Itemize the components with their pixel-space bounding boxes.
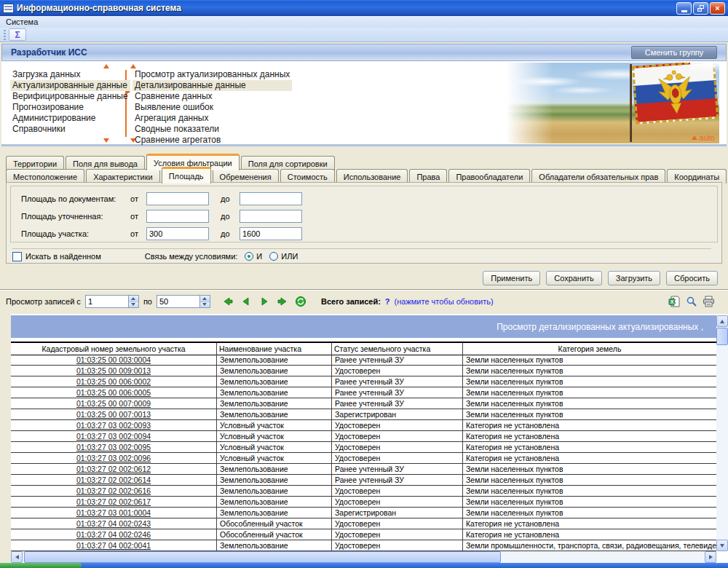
filter-subtab[interactable]: Стоимость [280,169,335,184]
secondary-nav-item[interactable]: Сравнение агрегатов [132,135,292,146]
print-icon[interactable] [703,296,715,307]
primary-nav-item[interactable]: Актуализированные данные [10,80,130,91]
horizontal-scroll-thumb[interactable] [24,551,501,563]
spin-up-icon[interactable] [129,296,138,302]
cadastre-link[interactable]: 01:03:27 02 002:0614 [76,476,151,484]
table-row[interactable]: 01:03:27 02 002:0612 Землепользование Ра… [11,464,716,475]
table-row[interactable]: 01:03:27 02 002:0617 Землепользование Уд… [11,497,716,508]
prev-page-icon[interactable] [240,296,252,307]
condition-radio-or[interactable] [269,252,278,261]
col-header-cadastre[interactable]: Кадастровый номер земельного участка [11,343,217,355]
table-row[interactable]: 01:03:27 03 001:0004 Землепользование За… [11,508,716,518]
from-input[interactable] [146,227,209,240]
minimize-button[interactable] [676,2,692,15]
spin-down-icon[interactable] [200,302,210,308]
primary-nav-item[interactable]: Верифицированные данные [10,91,130,102]
action-button[interactable]: Применить [483,271,540,285]
cadastre-link[interactable]: 01:03:27 02 002:0617 [76,497,151,506]
table-row[interactable]: 01:03:27 04 002:0041 Землепользование Уд… [11,540,716,551]
primary-nav-item[interactable]: Администрирование [10,113,130,124]
restore-button[interactable] [693,2,708,15]
primary-nav-item[interactable]: Справочники [10,124,130,135]
total-records-value[interactable]: ? [385,297,390,306]
scroll-up-icon[interactable] [716,315,728,327]
table-row[interactable]: 01:03:27 03 002:0094 Условный участок Уд… [11,431,716,442]
table-row[interactable]: 01:03:25 00 007:0013 Землепользование За… [11,409,716,420]
secondary-nav-item[interactable]: Агрегация данных [132,113,292,124]
cadastre-link[interactable]: 01:03:25 00 007:0009 [76,399,151,408]
from-input[interactable] [146,210,209,223]
primary-nav-item[interactable]: Прогнозирование [10,102,130,113]
cadastre-link[interactable]: 01:03:27 03 002:0095 [76,443,151,451]
filter-subtab[interactable]: Правообладатели [448,169,530,184]
menu-item-system[interactable]: Система [6,17,38,26]
scroll-right-icon[interactable] [705,551,716,563]
records-to-input[interactable] [157,296,199,307]
vertical-scrollbar[interactable] [716,315,728,551]
table-row[interactable]: 01:03:27 04 002:0246 Обособленный участо… [11,529,716,540]
scroll-left-icon[interactable] [11,551,23,563]
to-input[interactable] [240,227,302,240]
table-row[interactable]: 01:03:25 00 003:0004 Землепользование Ра… [11,355,716,366]
col-header-name[interactable]: Наименование участка [217,343,332,355]
vertical-scroll-thumb[interactable] [716,328,728,345]
nav-scroll-up-icon[interactable] [103,64,109,68]
cadastre-link[interactable]: 01:03:27 03 001:0004 [76,508,151,517]
cadastre-link[interactable]: 01:03:27 03 002:0093 [76,421,151,430]
table-row[interactable]: 01:03:25 00 009:0013 Землепользование Уд… [11,366,716,376]
table-row[interactable]: 01:03:27 03 002:0095 Условный участок Уд… [11,442,716,453]
secondary-nav-item[interactable]: Просмотр актуализированных данных [132,69,292,80]
first-page-icon[interactable] [222,296,234,307]
search-in-found-checkbox[interactable] [12,252,22,261]
col-header-status[interactable]: Статус земельного участка [332,343,463,355]
table-row[interactable]: 01:03:27 02 002:0616 Землепользование Уд… [11,486,716,497]
filter-subtab[interactable]: Площадь [162,167,211,184]
col-header-category[interactable]: Категория земель [463,343,716,355]
sum-tool-button[interactable]: Σ [9,28,26,41]
table-row[interactable]: 01:03:25 00 006:0005 Землепользование Ра… [11,387,716,398]
filter-subtab[interactable]: Использование [336,169,408,184]
from-input[interactable] [146,192,209,205]
action-button[interactable]: Сбросить [666,271,718,285]
filter-subtab[interactable]: Характеристики [86,169,160,184]
condition-radio-and[interactable] [245,252,253,261]
table-row[interactable]: 01:03:25 00 007:0009 Землепользование Ра… [11,398,716,409]
to-input[interactable] [240,210,302,223]
cadastre-link[interactable]: 01:03:25 00 003:0004 [76,355,151,364]
search-icon[interactable] [686,296,697,307]
filter-subtab[interactable]: Обладатели обязательных прав [531,169,665,184]
cadastre-link[interactable]: 01:03:25 00 009:0013 [76,366,151,375]
secondary-nav-item[interactable]: Сравнение данных [132,91,292,102]
cadastre-link[interactable]: 01:03:27 04 002:0041 [76,541,151,550]
last-page-icon[interactable] [277,296,288,307]
to-input[interactable] [240,192,302,205]
filter-subtab[interactable]: Местоположение [6,169,84,184]
table-row[interactable]: 01:03:27 03 002:0093 Условный участок Уд… [11,420,716,431]
toolbar-drag-handle[interactable] [4,30,6,40]
table-row[interactable]: 01:03:25 00 006:0002 Землепользование Ра… [11,376,716,387]
table-row[interactable]: 01:03:27 02 002:0614 Землепользование Ра… [11,475,716,486]
auto-indicator[interactable]: auto [692,133,715,142]
primary-nav-item[interactable]: Загрузка данных [10,69,130,80]
nav-scroll-down-icon[interactable] [103,138,109,143]
cadastre-link[interactable]: 01:03:27 02 002:0612 [76,465,151,473]
table-row[interactable]: 01:03:27 03 002:0096 Условный участок Уд… [11,453,716,464]
start-button-fragment[interactable] [0,563,82,568]
filter-subtab[interactable]: Обременения [213,169,279,184]
filter-subtab[interactable]: Координаты [667,169,727,184]
action-button[interactable]: Сохранить [546,271,602,285]
secondary-nav-item[interactable]: Детализированные данные [132,80,292,91]
nav-scroll-up-icon[interactable] [130,64,136,68]
filter-subtab[interactable]: Права [409,169,447,184]
cadastre-link[interactable]: 01:03:25 00 007:0013 [76,410,151,419]
refresh-hint-link[interactable]: (нажмите чтобы обновить) [395,297,494,306]
change-group-button[interactable]: Сменить группу [631,46,717,59]
cadastre-link[interactable]: 01:03:27 03 002:0094 [76,432,151,441]
secondary-nav-item[interactable]: Сводные показатели [132,124,292,135]
cadastre-link[interactable]: 01:03:27 03 002:0096 [76,454,151,462]
refresh-icon[interactable] [295,296,306,307]
cadastre-link[interactable]: 01:03:27 04 002:0246 [76,530,151,539]
secondary-nav-item[interactable]: Выявление ошибок [132,102,292,113]
spin-down-icon[interactable] [129,302,138,308]
records-from-input[interactable] [86,296,128,307]
